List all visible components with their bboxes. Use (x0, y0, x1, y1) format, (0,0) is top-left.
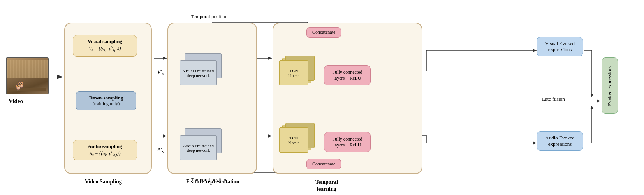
visual-network-front: Visual Pre-trained deep network (180, 60, 217, 85)
fc-top-box: Fully connected layers + ReLU (324, 65, 371, 85)
feature-section: V′s A′s Visual Pre-trained deep network … (167, 23, 257, 174)
visual-sampling-formula: Vs = {(vik, pvik,t)} (76, 45, 134, 53)
temporal-position-top-label: Temporal position (191, 14, 228, 20)
audio-evoked-box: Audio Evoked expressions (537, 131, 583, 151)
downsampling-sub: (training only) (79, 101, 133, 107)
sampling-section: Visual sampling Vs = {(vik, pvik,t)} Dow… (64, 23, 152, 174)
downsampling-box: Down-sampling (training only) (76, 91, 136, 110)
audio-sampling-box: Audio sampling As = {(ak, pak,t)} (73, 140, 137, 160)
evoked-expressions-text: Evoked expressions (607, 66, 613, 106)
visual-evoked-box: Visual Evoked expressions (537, 37, 583, 56)
fc-bottom-box: Fully connected layers + ReLU (324, 132, 371, 152)
audio-network-front: Audio Pre-trained deep network (180, 135, 217, 160)
vs-prime-label: V′s (157, 69, 164, 77)
video-label: Video (9, 98, 23, 104)
downsampling-label: Down-sampling (79, 95, 133, 101)
visual-sampling-title: Visual sampling (76, 38, 134, 45)
audio-sampling-formula: As = {(ak, pak,t)} (76, 150, 134, 157)
visual-sampling-box: Visual sampling Vs = {(vik, pvik,t)} (73, 35, 137, 57)
temporal-learning-label: Temporallearning (315, 179, 338, 193)
as-prime-label: A′s (157, 147, 164, 154)
video-sampling-label: Video Sampling (85, 179, 122, 185)
concatenate-bottom-box: Concatenate (306, 159, 341, 169)
diagram: 🦉 Video Visual sampling Vs = {(vik, pvik… (0, 0, 644, 195)
concatenate-top-box: Concatenate (306, 27, 341, 38)
late-fusion-label: Late fusion (542, 96, 565, 102)
feature-repr-label: Feature representation (186, 179, 239, 185)
video-thumbnail: 🦉 (6, 57, 49, 94)
audio-sampling-title: Audio sampling (76, 143, 134, 150)
temporal-section: Concatenate TCNblocks Fully connected la… (273, 23, 422, 174)
evoked-expressions-box: Evoked expressions (602, 57, 618, 114)
